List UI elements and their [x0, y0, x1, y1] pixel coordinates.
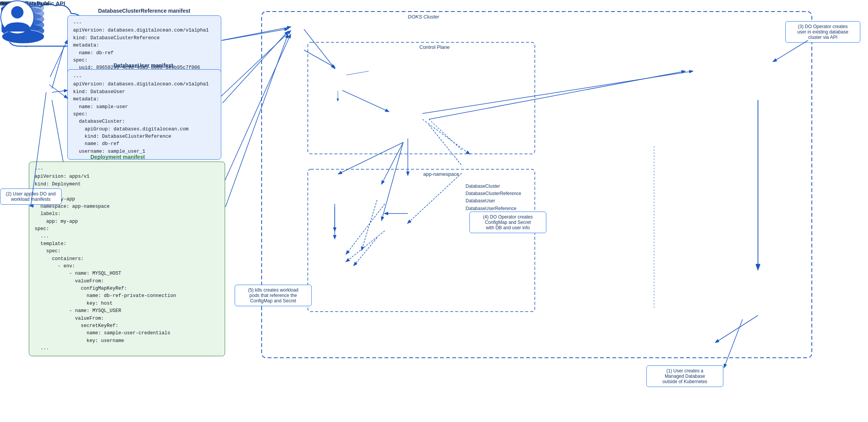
db-user-title: DatabaseUser manifest	[114, 62, 173, 68]
step5-callout: (5) k8s creates workload pods that refer…	[235, 285, 312, 306]
doks-label: DOKS Cluster	[408, 14, 439, 20]
diagram-container: api ⚙ etcd ⚙ c-m ⚙ do-operator depl	[0, 0, 868, 422]
step1-text: (1) User creates a Managed Database outs…	[663, 368, 708, 384]
control-plane-label: Control Plane	[419, 44, 450, 50]
deployment-title: Deployment manifest	[90, 154, 145, 160]
step2-callout: (2) User applies DO and workload manifes…	[0, 188, 62, 205]
crd-types-box: DatabaseCluster DatabaseClusterReference…	[466, 183, 521, 212]
deployment-content: --- apiVersion: apps/v1 kind: Deployment…	[35, 166, 219, 352]
step4-text: (4) DO Operator creates ConfigMap and Se…	[483, 214, 532, 230]
svg-line-8	[221, 35, 290, 188]
step1-callout: (1) User creates a Managed Database outs…	[646, 365, 723, 387]
db-user-manifest: --- apiVersion: databases.digitalocean.c…	[67, 69, 221, 160]
db-cluster-ref-title: DatabaseClusterReference manifest	[98, 8, 190, 14]
svg-line-10	[342, 90, 389, 112]
svg-point-73	[11, 6, 23, 18]
svg-line-11	[429, 71, 685, 119]
svg-line-19	[716, 315, 758, 342]
user-avatar	[0, 0, 35, 35]
step3-text: (3) DO Operator creates user in existing…	[797, 24, 848, 40]
crd-type-3: DatabaseUser	[466, 197, 521, 205]
svg-line-6	[221, 27, 290, 40]
svg-rect-1	[308, 42, 535, 154]
svg-rect-0	[262, 12, 812, 358]
crd-type-4: DatabaseUserReference	[466, 205, 521, 212]
crd-type-2: DatabaseClusterReference	[466, 190, 521, 197]
svg-line-7	[221, 31, 290, 96]
crd-type-1: DatabaseCluster	[466, 183, 521, 190]
app-namespace-label: app-namespace	[423, 171, 459, 177]
svg-line-22	[408, 173, 462, 223]
step4-callout: (4) DO Operator creates ConfigMap and Se…	[469, 212, 546, 233]
svg-line-9	[304, 50, 335, 67]
step5-text: (5) k8s creates workload pods that refer…	[248, 287, 299, 304]
step2-text: (2) User applies DO and workload manifes…	[6, 191, 55, 202]
svg-line-4	[52, 90, 67, 92]
step3-callout: (3) DO Operator creates user in existing…	[785, 21, 860, 43]
db-user-content: --- apiVersion: databases.digitalocean.c…	[73, 73, 215, 155]
